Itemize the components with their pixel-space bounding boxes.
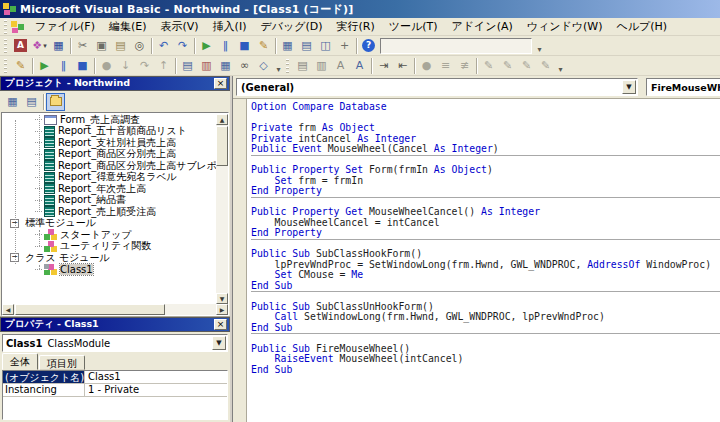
menu-item[interactable]: ウィンドウ(W) bbox=[520, 17, 610, 36]
view-object-button[interactable]: ▦ bbox=[3, 93, 22, 111]
object-browser-button[interactable]: ◫ bbox=[316, 37, 335, 55]
menu-item[interactable]: 挿入(I) bbox=[206, 17, 254, 36]
code-line[interactable]: Call SetWindowLong(frm.Hwnd, GWL_WNDPROC… bbox=[251, 312, 720, 323]
properties-object-selector[interactable]: Class1 ClassModule ▼ bbox=[2, 334, 228, 352]
immediate-window-button[interactable]: ▥ bbox=[197, 57, 216, 75]
undo-button[interactable]: ↶ bbox=[154, 37, 173, 55]
code-line[interactable]: Set CMouse = Me bbox=[251, 270, 720, 281]
code-margin-bar[interactable] bbox=[233, 99, 247, 422]
code-line[interactable]: End Sub bbox=[251, 281, 720, 292]
code-area[interactable]: Option Compare Database Private frm As O… bbox=[233, 98, 720, 422]
step-over-button[interactable]: ↷ bbox=[135, 57, 154, 75]
code-line[interactable]: End Sub bbox=[251, 323, 720, 334]
project-explorer-button[interactable]: ▦ bbox=[278, 37, 297, 55]
design-mode-button[interactable]: ✎ bbox=[254, 37, 273, 55]
paste-button[interactable]: ▤ bbox=[111, 37, 130, 55]
indent-button[interactable]: ⇥ bbox=[374, 57, 393, 75]
property-name-cell[interactable]: (オブジェクト名) bbox=[3, 371, 85, 383]
dropdown-arrow-icon[interactable]: ▼ bbox=[212, 336, 226, 350]
break-button[interactable]: ‖ bbox=[216, 37, 235, 55]
view-code-button[interactable]: ▤ bbox=[22, 93, 41, 111]
scroll-left-button[interactable]: ◀ bbox=[2, 304, 14, 315]
step-out-button[interactable]: ↑ bbox=[154, 57, 173, 75]
toolbox-button[interactable]: + bbox=[335, 37, 354, 55]
previous-bookmark-button[interactable]: ✎ bbox=[517, 57, 536, 75]
reset-button[interactable]: ■ bbox=[73, 57, 92, 75]
save-button[interactable]: ▦ bbox=[49, 37, 68, 55]
vscroll-thumb[interactable] bbox=[216, 126, 228, 166]
edit-toolbar-options-chevron[interactable]: ▾ bbox=[555, 57, 566, 75]
menu-item[interactable]: デバッグ(D) bbox=[253, 17, 329, 36]
properties-tab-active[interactable]: 全体 bbox=[2, 353, 38, 370]
debug-toolbar-options-chevron[interactable]: ▾ bbox=[273, 57, 284, 75]
code-line[interactable]: Option Compare Database bbox=[251, 102, 720, 113]
code-line[interactable]: End Property bbox=[251, 186, 720, 197]
menu-item[interactable]: ヘルプ(H) bbox=[609, 17, 674, 36]
scroll-right-button[interactable]: ▶ bbox=[216, 304, 228, 315]
menu-item[interactable]: 表示(V) bbox=[154, 17, 206, 36]
call-stack-button[interactable]: ∞ bbox=[235, 57, 254, 75]
locals-window-button[interactable]: ▤ bbox=[178, 57, 197, 75]
copy-button[interactable]: ▣ bbox=[92, 37, 111, 55]
toolbar-grip[interactable] bbox=[3, 39, 8, 53]
properties-window-button[interactable]: ▤ bbox=[297, 37, 316, 55]
view-microsoft-access-button[interactable]: A bbox=[11, 37, 30, 55]
break-button[interactable]: ‖ bbox=[54, 57, 73, 75]
complete-word-button[interactable]: A bbox=[350, 57, 369, 75]
next-bookmark-button[interactable]: ✎ bbox=[498, 57, 517, 75]
property-value-cell[interactable]: 1 - Private bbox=[85, 384, 227, 396]
redo-button[interactable]: ↷ bbox=[173, 37, 192, 55]
menu-item[interactable]: ファイル(F) bbox=[28, 17, 102, 36]
scroll-up-button[interactable]: ▲ bbox=[216, 114, 228, 125]
properties-tab-inactive[interactable]: 項目別 bbox=[39, 355, 85, 370]
list-constants-button[interactable]: ▥ bbox=[312, 57, 331, 75]
step-into-button[interactable]: ↓ bbox=[116, 57, 135, 75]
code-line[interactable]: End Property bbox=[251, 228, 720, 239]
hscroll-thumb[interactable] bbox=[15, 304, 165, 315]
scroll-down-button[interactable]: ▼ bbox=[216, 293, 228, 304]
run-button[interactable]: ▶ bbox=[35, 57, 54, 75]
help-button[interactable]: ? bbox=[359, 37, 378, 55]
toolbar-grip[interactable] bbox=[285, 59, 290, 73]
tree-item[interactable]: Class1 bbox=[2, 264, 216, 276]
object-combo[interactable]: (General) ▼ bbox=[236, 78, 638, 96]
property-name-cell[interactable]: Instancing bbox=[3, 384, 85, 396]
project-tree-vscrollbar[interactable]: ▲ ▼ bbox=[216, 114, 228, 304]
code-line[interactable]: End Sub bbox=[251, 365, 720, 376]
menubar-grip[interactable] bbox=[3, 20, 8, 34]
menu-item[interactable]: 実行(R) bbox=[330, 17, 382, 36]
property-value-cell[interactable]: Class1 bbox=[85, 371, 227, 383]
list-properties-button[interactable]: ▤ bbox=[293, 57, 312, 75]
reset-button[interactable]: ■ bbox=[235, 37, 254, 55]
cut-button[interactable]: ✂ bbox=[73, 37, 92, 55]
menu-item[interactable]: ツール(T) bbox=[382, 17, 445, 36]
add-class-module-button[interactable]: ❖▾ bbox=[30, 37, 49, 55]
toolbar-grip[interactable] bbox=[3, 59, 8, 73]
procedure-combo[interactable]: FireMouseWheel bbox=[646, 78, 720, 96]
menu-item[interactable]: アドイン(A) bbox=[445, 17, 520, 36]
outdent-button[interactable]: ⇤ bbox=[393, 57, 412, 75]
clear-bookmarks-button[interactable]: ✎ bbox=[536, 57, 555, 75]
run-button[interactable]: ▶ bbox=[197, 37, 216, 55]
design-mode-button[interactable]: ✎ bbox=[11, 57, 30, 75]
toggle-bookmark-button[interactable]: ✎ bbox=[479, 57, 498, 75]
code-line[interactable]: RaiseEvent MouseWheel(intCancel) bbox=[251, 354, 720, 365]
project-tree-hscrollbar[interactable]: ◀ ▶ bbox=[2, 304, 228, 315]
dropdown-arrow-icon[interactable]: ▼ bbox=[622, 80, 636, 94]
tree-item[interactable]: −クラス モジュール bbox=[2, 252, 216, 264]
quick-info-button[interactable]: A bbox=[331, 57, 350, 75]
code-line[interactable]: Public Event MouseWheel(Cancel As Intege… bbox=[251, 144, 720, 155]
quick-watch-button[interactable]: ◇ bbox=[254, 57, 273, 75]
toggle-breakpoint-button[interactable]: ● bbox=[97, 57, 116, 75]
child-window-icon[interactable] bbox=[11, 21, 24, 33]
watch-window-button[interactable]: ▦ bbox=[216, 57, 235, 75]
project-panel-close-button[interactable]: × bbox=[214, 78, 227, 89]
code-editor-text[interactable]: Option Compare Database Private frm As O… bbox=[247, 99, 720, 422]
find-button[interactable]: ◎ bbox=[130, 37, 149, 55]
dropdown-arrow-icon[interactable]: ▾ bbox=[43, 42, 47, 50]
toggle-breakpoint-button-2[interactable]: ● bbox=[417, 57, 436, 75]
standard-toolbar-options-chevron[interactable]: ▾ bbox=[534, 37, 545, 55]
tree-item-label[interactable]: Class1 bbox=[60, 264, 93, 275]
uncomment-block-button[interactable]: ≢ bbox=[455, 57, 474, 75]
toggle-folders-button[interactable] bbox=[46, 93, 65, 111]
